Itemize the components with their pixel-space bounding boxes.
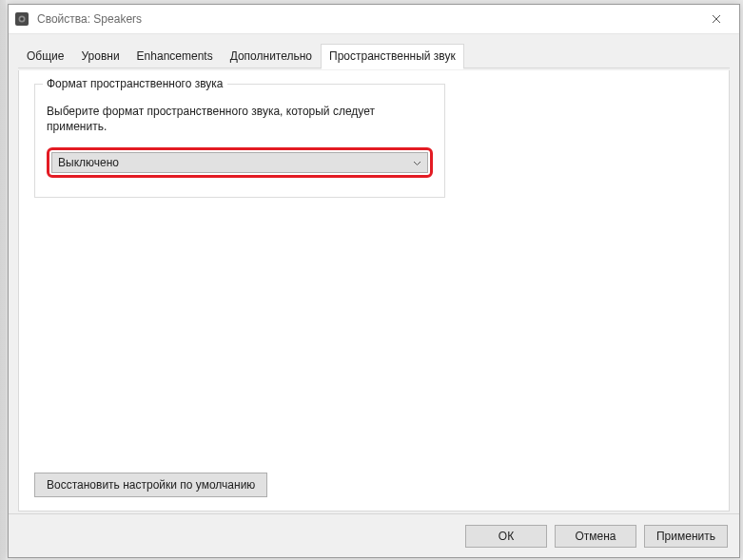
dialog-footer: ОК Отмена Применить [9,513,739,557]
ok-button[interactable]: ОК [465,525,547,548]
svg-point-2 [20,17,24,21]
chevron-down-icon [413,156,421,169]
client-area: Общие Уровни Enhancements Дополнительно … [9,33,739,557]
highlight-frame: Выключено [47,147,433,178]
spatial-format-group: Формат пространственного звука Выберите … [34,84,445,198]
restore-defaults-button[interactable]: Восстановить настройки по умолчанию [34,473,267,497]
tab-strip: Общие Уровни Enhancements Дополнительно … [9,34,739,68]
tab-page-spatial: Формат пространственного звука Выберите … [18,70,730,512]
close-button[interactable] [697,6,735,32]
tab-general[interactable]: Общие [18,45,72,69]
group-description: Выберите формат пространственного звука,… [47,104,433,134]
group-legend: Формат пространственного звука [43,77,227,90]
apply-button[interactable]: Применить [644,525,728,548]
tab-spatial-sound[interactable]: Пространственный звук [321,44,464,68]
tab-levels[interactable]: Уровни [72,45,127,69]
tab-advanced[interactable]: Дополнительно [222,45,321,69]
dropdown-value: Выключено [58,156,119,169]
properties-window: Свойства: Speakers Общие Уровни Enhancem… [8,4,740,558]
cancel-button[interactable]: Отмена [555,525,636,548]
spatial-format-dropdown[interactable]: Выключено [51,152,428,173]
window-title: Свойства: Speakers [37,12,697,26]
speaker-icon [14,11,29,27]
tab-enhancements[interactable]: Enhancements [128,45,222,69]
titlebar: Свойства: Speakers [9,5,739,33]
